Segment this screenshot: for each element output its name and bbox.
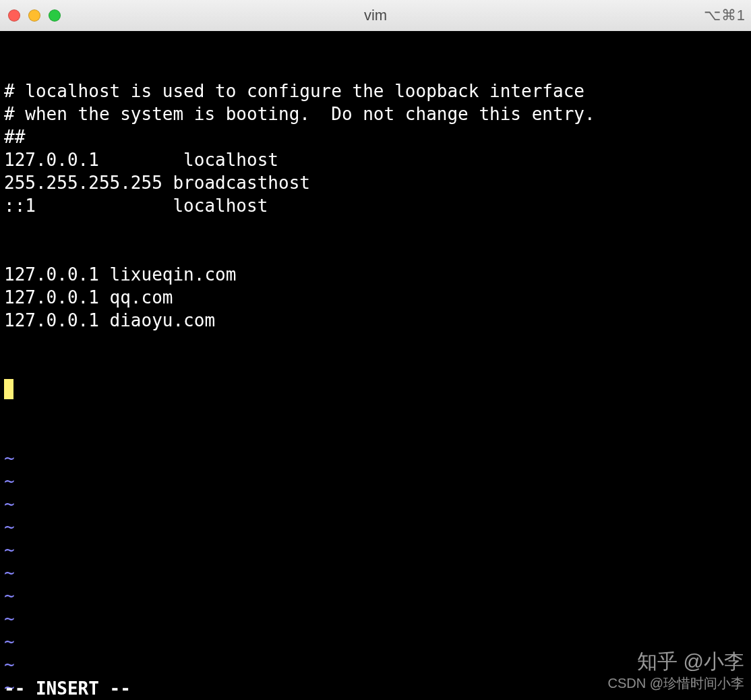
cursor-line [4,378,747,401]
empty-line-tilde: ~ [4,561,747,584]
empty-line-tilde: ~ [4,446,747,469]
empty-line-tilde: ~ [4,607,747,630]
empty-line-tilde: ~ [4,492,747,515]
file-line: 127.0.0.1 localhost [4,148,747,171]
empty-line-tilde: ~ [4,538,747,561]
file-line: # localhost is used to configure the loo… [4,80,747,103]
file-line: 127.0.0.1 diaoyu.com [4,309,747,332]
file-content: # localhost is used to configure the loo… [4,80,747,332]
traffic-lights [8,9,61,22]
file-line [4,240,747,263]
file-line: 255.255.255.255 broadcasthost [4,171,747,194]
titlebar-shortcut-indicator: ⌥⌘1 [704,7,746,24]
empty-line-markers: ~~~~~~~~~~~~~~~~ [4,446,747,700]
maximize-button[interactable] [49,9,61,22]
window-titlebar: vim ⌥⌘1 [0,0,751,31]
empty-line-tilde: ~ [4,515,747,538]
empty-line-tilde: ~ [4,469,747,492]
watermark-csdn: CSDN @珍惜时间小李 [607,672,744,695]
file-line [4,217,747,240]
vim-editor-area[interactable]: # localhost is used to configure the loo… [0,31,751,700]
watermark-zhihu: 知乎 @小李 [637,650,744,673]
cursor [4,379,13,399]
minimize-button[interactable] [28,9,40,22]
vim-status-line: -- INSERT -- [4,677,131,700]
file-line: # when the system is booting. Do not cha… [4,103,747,125]
empty-line-tilde: ~ [4,630,747,653]
empty-line-tilde: ~ [4,584,747,607]
file-line: ## [4,125,747,148]
file-line: ::1 localhost [4,194,747,217]
file-line: 127.0.0.1 qq.com [4,286,747,309]
file-line: 127.0.0.1 lixueqin.com [4,263,747,286]
window-title: vim [364,7,387,24]
close-button[interactable] [8,9,20,22]
